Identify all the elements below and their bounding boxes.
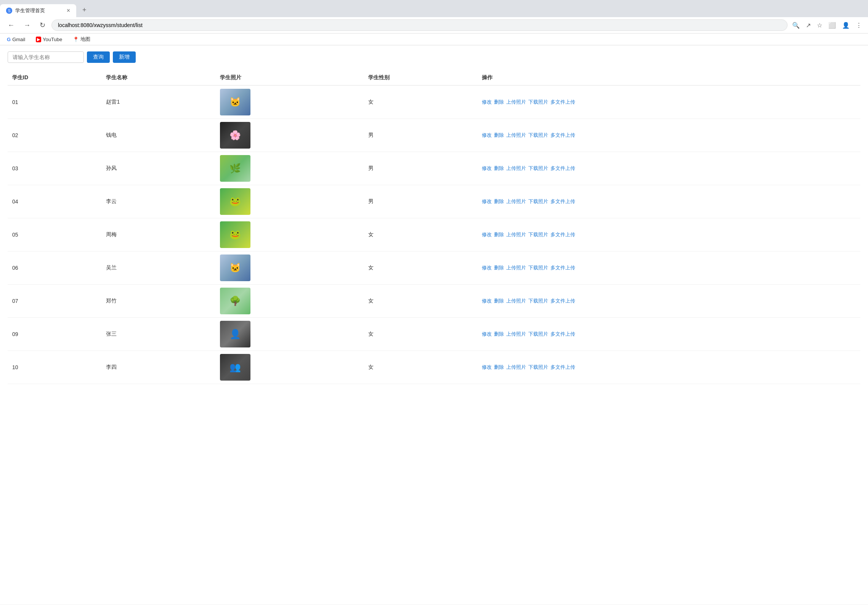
multi-upload-link[interactable]: 多文件上传 [550,198,575,205]
delete-link[interactable]: 删除 [494,165,504,172]
col-header-gender: 学生性别 [364,70,478,85]
download-photo-link[interactable]: 下载照片 [528,264,548,271]
multi-upload-link[interactable]: 多文件上传 [550,364,575,371]
forward-button[interactable]: → [21,20,34,31]
upload-photo-link[interactable]: 上传照片 [506,198,526,205]
student-photo: 🐱 [220,89,250,115]
student-id: 10 [8,351,101,384]
extensions-icon[interactable]: ⬜ [827,20,838,30]
tab-close-button[interactable]: × [67,7,70,14]
profile-icon[interactable]: 👤 [841,20,851,30]
student-actions: 修改 删除 上传照片 下载照片 多文件上传 [477,285,860,318]
multi-upload-link[interactable]: 多文件上传 [550,231,575,238]
edit-link[interactable]: 修改 [482,298,492,304]
edit-link[interactable]: 修改 [482,364,492,371]
download-photo-link[interactable]: 下载照片 [528,331,548,338]
delete-link[interactable]: 删除 [494,364,504,371]
menu-icon[interactable]: ⋮ [854,20,863,30]
edit-link[interactable]: 修改 [482,132,492,139]
student-table: 学生ID 学生名称 学生照片 学生性别 操作 01 赵雷1 🐱 女 修改 删除 … [8,70,860,384]
col-header-name: 学生名称 [101,70,215,85]
col-header-photo: 学生照片 [215,70,363,85]
download-photo-link[interactable]: 下载照片 [528,231,548,238]
action-links: 修改 删除 上传照片 下载照片 多文件上传 [482,132,856,139]
multi-upload-link[interactable]: 多文件上传 [550,298,575,304]
student-photo-cell: 🐱 [215,251,363,285]
bookmark-gmail[interactable]: G Gmail [5,35,27,43]
download-photo-link[interactable]: 下载照片 [528,198,548,205]
edit-link[interactable]: 修改 [482,231,492,238]
delete-link[interactable]: 删除 [494,198,504,205]
reload-button[interactable]: ↻ [37,19,48,31]
download-photo-link[interactable]: 下载照片 [528,364,548,371]
upload-photo-link[interactable]: 上传照片 [506,298,526,304]
student-gender: 女 [364,218,478,251]
edit-link[interactable]: 修改 [482,165,492,172]
tab-title: 学生管理首页 [15,7,64,14]
download-photo-link[interactable]: 下载照片 [528,165,548,172]
student-gender: 男 [364,152,478,185]
multi-upload-link[interactable]: 多文件上传 [550,132,575,139]
delete-link[interactable]: 删除 [494,264,504,271]
student-photo: 🐸 [220,188,250,215]
student-photo-cell: 🐸 [215,185,363,218]
download-photo-link[interactable]: 下载照片 [528,298,548,304]
upload-photo-link[interactable]: 上传照片 [506,99,526,106]
upload-photo-link[interactable]: 上传照片 [506,231,526,238]
student-name: 周梅 [101,218,215,251]
edit-link[interactable]: 修改 [482,331,492,338]
delete-link[interactable]: 删除 [494,99,504,106]
student-photo: 🐱 [220,254,250,281]
edit-link[interactable]: 修改 [482,198,492,205]
student-name: 孙风 [101,152,215,185]
address-bar[interactable] [51,19,788,31]
multi-upload-link[interactable]: 多文件上传 [550,331,575,338]
edit-link[interactable]: 修改 [482,99,492,106]
new-tab-button[interactable]: + [76,3,93,17]
add-button[interactable]: 新增 [113,51,136,63]
upload-photo-link[interactable]: 上传照片 [506,264,526,271]
edit-link[interactable]: 修改 [482,264,492,271]
action-links: 修改 删除 上传照片 下载照片 多文件上传 [482,198,856,205]
youtube-icon: ▶ [36,37,41,42]
upload-photo-link[interactable]: 上传照片 [506,364,526,371]
table-row: 09 张三 👤 女 修改 删除 上传照片 下载照片 多文件上传 [8,318,860,351]
delete-link[interactable]: 删除 [494,231,504,238]
student-gender: 男 [364,185,478,218]
multi-upload-link[interactable]: 多文件上传 [550,264,575,271]
action-links: 修改 删除 上传照片 下载照片 多文件上传 [482,231,856,238]
student-photo: 🌸 [220,122,250,149]
multi-upload-link[interactable]: 多文件上传 [550,99,575,106]
query-button[interactable]: 查询 [87,51,110,63]
delete-link[interactable]: 删除 [494,331,504,338]
delete-link[interactable]: 删除 [494,132,504,139]
student-actions: 修改 删除 上传照片 下载照片 多文件上传 [477,218,860,251]
student-photo-cell: 👤 [215,318,363,351]
student-actions: 修改 删除 上传照片 下载照片 多文件上传 [477,185,860,218]
upload-photo-link[interactable]: 上传照片 [506,165,526,172]
download-photo-link[interactable]: 下载照片 [528,132,548,139]
multi-upload-link[interactable]: 多文件上传 [550,165,575,172]
student-gender: 男 [364,119,478,152]
search-input[interactable] [8,51,84,63]
action-links: 修改 删除 上传照片 下载照片 多文件上传 [482,364,856,371]
browser-tab[interactable]: S 学生管理首页 × [0,4,76,17]
student-photo: 🌿 [220,155,250,182]
zoom-icon[interactable]: 🔍 [791,20,801,30]
table-row: 07 郑竹 🌳 女 修改 删除 上传照片 下载照片 多文件上传 [8,285,860,318]
download-photo-link[interactable]: 下载照片 [528,99,548,106]
share-icon[interactable]: ↗ [804,20,812,30]
student-photo: 🌳 [220,288,250,314]
upload-photo-link[interactable]: 上传照片 [506,331,526,338]
bookmark-youtube[interactable]: ▶ YouTube [34,35,64,43]
upload-photo-link[interactable]: 上传照片 [506,132,526,139]
table-row: 06 吴兰 🐱 女 修改 删除 上传照片 下载照片 多文件上传 [8,251,860,285]
tab-favicon: S [6,8,12,14]
table-row: 01 赵雷1 🐱 女 修改 删除 上传照片 下载照片 多文件上传 [8,85,860,119]
bookmark-maps[interactable]: 📍 地图 [71,35,93,43]
back-button[interactable]: ← [5,20,18,31]
action-links: 修改 删除 上传照片 下载照片 多文件上传 [482,99,856,106]
student-id: 04 [8,185,101,218]
bookmark-icon[interactable]: ☆ [815,20,824,30]
delete-link[interactable]: 删除 [494,298,504,304]
